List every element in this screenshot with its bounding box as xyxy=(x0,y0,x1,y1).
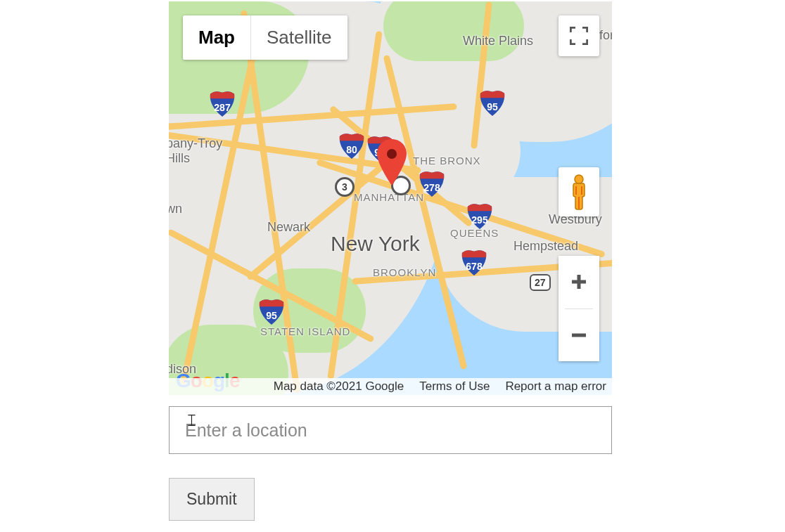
map-type-map-button[interactable]: Map xyxy=(183,15,250,60)
map-canvas[interactable]: New York Newark White Plains Hempstead W… xyxy=(169,1,612,395)
district-label-staten: STATEN ISLAND xyxy=(260,325,350,337)
fullscreen-icon xyxy=(570,27,588,45)
city-label-parsippany: pany-Troy Hills xyxy=(169,136,222,166)
interstate-shield: 278 xyxy=(418,170,446,197)
minus-icon xyxy=(570,326,588,344)
city-label-new-york: New York xyxy=(331,232,420,256)
zoom-out-button[interactable] xyxy=(559,309,599,362)
interstate-shield: 287 xyxy=(208,90,236,117)
district-label-manhattan: MANHATTAN xyxy=(354,191,424,203)
pegman-icon xyxy=(568,174,590,210)
route-shield: 3 xyxy=(335,177,355,197)
map-type-control: Map Satellite xyxy=(183,15,347,60)
city-label-hempstead: Hempstead xyxy=(513,239,578,254)
district-label-bronx: THE BRONX xyxy=(413,155,481,167)
fullscreen-button[interactable] xyxy=(559,15,599,56)
map-credits: Map data ©2021 Google Terms of Use Repor… xyxy=(169,378,612,395)
svg-point-1 xyxy=(575,175,583,183)
terms-link[interactable]: Terms of Use xyxy=(419,379,490,394)
city-label-town: wn xyxy=(169,202,182,216)
map-data-text: Map data ©2021 Google xyxy=(274,379,404,394)
location-input[interactable] xyxy=(169,406,612,454)
interstate-shield: 295 xyxy=(466,202,494,229)
text-cursor-icon: 𝙸 xyxy=(186,410,198,430)
map-type-satellite-button[interactable]: Satellite xyxy=(251,15,347,60)
zoom-control xyxy=(559,256,599,361)
district-label-brooklyn: BROOKLYN xyxy=(373,266,436,278)
city-label-white-plains: White Plains xyxy=(463,34,533,48)
interstate-shield: 678 xyxy=(460,249,488,275)
interstate-shield: 95 xyxy=(257,298,286,325)
zoom-in-button[interactable] xyxy=(559,256,599,309)
route-shield: 27 xyxy=(530,274,551,291)
pegman-button[interactable] xyxy=(559,167,599,216)
city-label-newark: Newark xyxy=(267,220,310,235)
park-area xyxy=(383,1,524,61)
city-label-for: for xyxy=(599,28,612,43)
plus-icon xyxy=(570,273,588,291)
interstate-shield: 80 xyxy=(338,132,366,159)
submit-button[interactable]: Submit xyxy=(169,478,255,521)
map-marker-icon[interactable] xyxy=(377,139,407,186)
interstate-shield: 95 xyxy=(478,89,506,116)
svg-point-0 xyxy=(387,149,397,159)
report-error-link[interactable]: Report a map error xyxy=(505,379,606,394)
